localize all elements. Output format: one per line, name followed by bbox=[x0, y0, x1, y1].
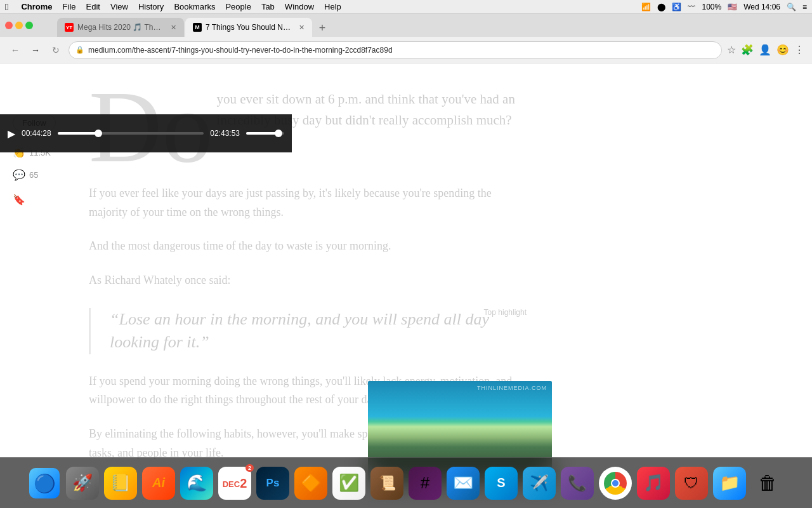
media-player: ▶ 00:44:28 02:43:53 bbox=[0, 114, 292, 152]
article-blockquote: Top highlight “Lose an hour in the morni… bbox=[89, 308, 527, 354]
blockquote-text: “Lose an hour in the morning, and you wi… bbox=[110, 308, 527, 354]
viber-icon: 📞 bbox=[568, 474, 587, 492]
reload-button[interactable]: ↻ bbox=[48, 43, 63, 58]
tab-close-youtube[interactable]: ✕ bbox=[171, 23, 176, 32]
url-bar[interactable]: 🔒 medium.com/the-ascent/7-things-you-sho… bbox=[69, 41, 722, 59]
browser-chrome: YT Mega Hits 2020 🎵 The Be... ✕ M 7 Thin… bbox=[0, 14, 812, 64]
maximize-window-button[interactable] bbox=[25, 22, 33, 29]
skype-icon: S bbox=[497, 476, 505, 490]
dock-calendar[interactable]: DEC 2 2 bbox=[218, 467, 251, 500]
datetime: Wed 14:06 bbox=[743, 3, 780, 11]
menu-bar:  Chrome File Edit View History Bookmark… bbox=[0, 0, 812, 14]
menubar-right: 📶 ⬤ ♿ 〰 100% 🇺🇸 Wed 14:06 🔍 ≡ bbox=[641, 3, 807, 11]
tab-medium[interactable]: M 7 Things You Should Never Do... ✕ bbox=[185, 18, 312, 37]
avast-icon: 🛡 bbox=[684, 474, 699, 492]
dock-edge[interactable]: 🌊 bbox=[180, 467, 213, 500]
minimize-window-button[interactable] bbox=[15, 22, 23, 29]
dock-notes[interactable]: 📒 bbox=[104, 467, 137, 500]
volume-thumb[interactable] bbox=[275, 130, 282, 137]
dock-chrome[interactable] bbox=[599, 467, 632, 500]
menu-file[interactable]: File bbox=[63, 2, 76, 11]
svg-text:🔵: 🔵 bbox=[34, 473, 56, 494]
dock-avast[interactable]: 🛡 bbox=[675, 467, 708, 500]
play-button[interactable]: ▶ bbox=[8, 128, 15, 140]
dock: 🔵 🚀 📒 Ai 🌊 DEC 2 2 Ps 🔶 ✅ 📜 # ✉️ bbox=[0, 457, 812, 508]
article-paragraph-1: If you ever feel like your days are just… bbox=[89, 184, 527, 222]
article-paragraph-2: And the most dangerous time of the day t… bbox=[89, 237, 527, 256]
menu-edit[interactable]: Edit bbox=[86, 2, 100, 11]
emoji-icon[interactable]: 😊 bbox=[776, 44, 789, 56]
dock-music[interactable]: 🎵 bbox=[637, 467, 670, 500]
dock-trash[interactable]: 🗑 bbox=[751, 467, 784, 500]
dock-viber[interactable]: 📞 bbox=[561, 467, 594, 500]
thumbnail-watermark: THINLINEMEDIA.COM bbox=[477, 385, 547, 391]
menu-view[interactable]: View bbox=[110, 2, 128, 11]
dock-telegram[interactable]: ✈️ bbox=[523, 467, 556, 500]
address-bar: ← → ↻ 🔒 medium.com/the-ascent/7-things-y… bbox=[0, 37, 812, 64]
screen-record-icon: ⬤ bbox=[657, 3, 665, 11]
mail-icon: ✉️ bbox=[453, 473, 473, 493]
tab-favicon-youtube: YT bbox=[65, 23, 74, 32]
volume-bar[interactable] bbox=[246, 132, 284, 135]
control-center-icon[interactable]: ≡ bbox=[802, 3, 807, 11]
dock-launchpad[interactable]: 🚀 bbox=[66, 467, 99, 500]
window-controls bbox=[5, 14, 33, 37]
menu-window[interactable]: Window bbox=[285, 2, 314, 11]
media-total-time: 02:43:53 bbox=[210, 129, 240, 138]
back-button[interactable]: ← bbox=[8, 43, 23, 58]
media-progress-bar[interactable] bbox=[58, 132, 204, 135]
calendar-day: 2 bbox=[240, 477, 247, 490]
menu-help[interactable]: Help bbox=[324, 2, 341, 11]
media-progress-fill bbox=[58, 132, 99, 135]
trash-icon: 🗑 bbox=[758, 472, 777, 494]
menu-history[interactable]: History bbox=[138, 2, 164, 11]
bookmark-star-icon[interactable]: ☆ bbox=[727, 44, 736, 56]
notes-icon: 📒 bbox=[110, 473, 131, 493]
edge-icon: 🌊 bbox=[187, 473, 207, 493]
calendar-month: DEC bbox=[223, 478, 240, 488]
menu-bookmarks[interactable]: Bookmarks bbox=[174, 2, 215, 11]
media-progress-thumb[interactable] bbox=[95, 130, 102, 137]
menu-chrome[interactable]: Chrome bbox=[21, 2, 52, 11]
tab-bar: YT Mega Hits 2020 🎵 The Be... ✕ M 7 Thin… bbox=[0, 14, 812, 37]
lock-icon: 🔒 bbox=[75, 46, 84, 54]
profile-icon[interactable]: 👤 bbox=[759, 44, 771, 56]
vlc-icon: 🔶 bbox=[301, 473, 321, 493]
dock-slack[interactable]: # bbox=[409, 467, 442, 500]
telegram-icon: ✈️ bbox=[530, 474, 549, 492]
photoshop-icon: Ps bbox=[266, 477, 280, 490]
bookmark-icon[interactable]: 🔖 bbox=[13, 194, 25, 206]
page-content: ▶ 00:44:28 02:43:53 Follow 👏 11.5K 💬 65 … bbox=[0, 64, 812, 508]
tab-youtube[interactable]: YT Mega Hits 2020 🎵 The Be... ✕ bbox=[57, 18, 184, 37]
search-icon[interactable]: 🔍 bbox=[787, 3, 796, 11]
dock-mail[interactable]: ✉️ bbox=[447, 467, 480, 500]
extensions-icon[interactable]: 🧩 bbox=[741, 44, 754, 56]
dock-reminders[interactable]: ✅ bbox=[332, 467, 365, 500]
top-highlight-label: Top highlight bbox=[484, 308, 527, 317]
apple-menu[interactable]:  bbox=[5, 1, 8, 12]
comments-action[interactable]: 💬 65 bbox=[13, 169, 38, 181]
dock-script-editor[interactable]: 📜 bbox=[370, 467, 403, 500]
dock-illustrator[interactable]: Ai bbox=[142, 467, 175, 500]
music-icon: 🎵 bbox=[643, 473, 664, 493]
new-tab-button[interactable]: + bbox=[313, 19, 331, 37]
menu-tab[interactable]: Tab bbox=[261, 2, 275, 11]
menu-people[interactable]: People bbox=[225, 2, 251, 11]
close-window-button[interactable] bbox=[5, 22, 13, 29]
article-paragraph-3: As Richard Whately once said: bbox=[89, 271, 527, 290]
dock-finder[interactable]: 🔵 bbox=[28, 467, 61, 500]
dock-photoshop[interactable]: Ps bbox=[256, 467, 289, 500]
dock-vlc[interactable]: 🔶 bbox=[294, 467, 327, 500]
dock-skype[interactable]: S bbox=[485, 467, 518, 500]
volume-fill bbox=[246, 132, 278, 135]
forward-button[interactable]: → bbox=[28, 43, 43, 58]
media-current-time: 00:44:28 bbox=[22, 129, 51, 138]
script-editor-icon: 📜 bbox=[379, 475, 396, 491]
battery-indicator: 100% bbox=[702, 3, 721, 11]
dock-files[interactable]: 📁 bbox=[713, 467, 746, 500]
wifi-status-icon: 〰 bbox=[688, 3, 695, 11]
tab-title-youtube: Mega Hits 2020 🎵 The Be... bbox=[77, 23, 164, 32]
address-bar-icons: ☆ 🧩 👤 😊 ⋮ bbox=[727, 44, 804, 56]
tab-close-medium[interactable]: ✕ bbox=[299, 23, 304, 32]
menu-dots-icon[interactable]: ⋮ bbox=[794, 44, 804, 56]
